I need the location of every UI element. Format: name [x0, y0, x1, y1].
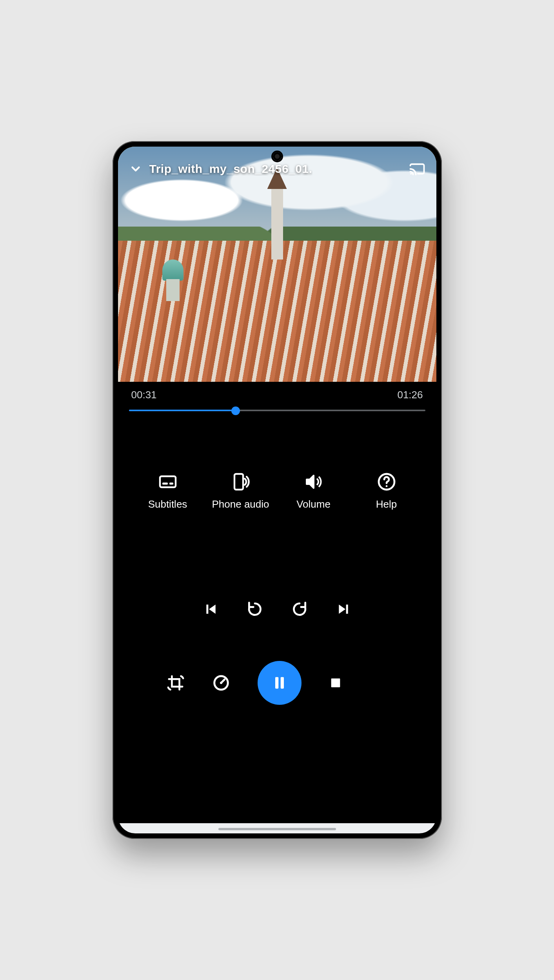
seek-bar[interactable] — [129, 403, 425, 417]
gesture-handle[interactable] — [218, 828, 336, 830]
volume-button[interactable]: Volume — [282, 472, 345, 510]
volume-icon — [304, 472, 323, 491]
video-thumbnail[interactable]: Trip_with_my_son_2456_01. — [118, 147, 436, 382]
subtitles-button[interactable]: Subtitles — [136, 472, 199, 510]
svg-rect-4 — [234, 474, 243, 490]
pause-icon — [271, 674, 288, 691]
phone-audio-label: Phone audio — [212, 498, 269, 510]
rewind-button[interactable] — [246, 601, 263, 618]
playback-speed-button[interactable] — [212, 674, 230, 692]
elapsed-time: 00:31 — [131, 389, 157, 401]
svg-rect-13 — [331, 679, 340, 688]
bottom-row — [129, 661, 425, 705]
svg-point-10 — [220, 682, 222, 684]
svg-rect-8 — [346, 604, 348, 613]
svg-point-6 — [385, 485, 387, 487]
pause-button[interactable] — [258, 661, 302, 705]
seek-thumb[interactable] — [231, 407, 240, 415]
svg-rect-2 — [162, 483, 168, 485]
next-button[interactable] — [336, 601, 351, 618]
collapse-button[interactable] — [129, 162, 142, 176]
svg-rect-11 — [275, 677, 278, 688]
option-row: Subtitles Phone audio Volume Help — [129, 472, 425, 510]
svg-rect-12 — [280, 677, 283, 688]
previous-button[interactable] — [203, 601, 219, 618]
screen: Trip_with_my_son_2456_01. 00:31 — [118, 147, 436, 833]
transport-row — [129, 601, 425, 618]
phone-audio-icon — [231, 472, 250, 491]
controls-panel: 00:31 01:26 Subtitles Phone audio — [118, 382, 436, 833]
total-time: 01:26 — [397, 389, 423, 401]
svg-rect-1 — [160, 476, 176, 487]
phone-audio-button[interactable]: Phone audio — [209, 472, 272, 510]
cast-icon[interactable] — [409, 161, 425, 177]
phone-frame: Trip_with_my_son_2456_01. 00:31 — [113, 141, 442, 839]
help-icon — [377, 472, 396, 491]
forward-button[interactable] — [291, 601, 308, 618]
subtitles-label: Subtitles — [148, 498, 187, 510]
help-label: Help — [376, 498, 397, 510]
seek-fill — [129, 410, 236, 411]
svg-point-0 — [410, 173, 412, 174]
subtitles-icon — [158, 472, 177, 491]
volume-label: Volume — [296, 498, 331, 510]
svg-rect-3 — [169, 483, 173, 485]
help-button[interactable]: Help — [355, 472, 418, 510]
rotate-crop-button[interactable] — [167, 674, 185, 692]
stop-button[interactable] — [329, 676, 342, 690]
video-title: Trip_with_my_son_2456_01. — [149, 162, 312, 176]
front-camera — [273, 152, 282, 161]
time-row: 00:31 01:26 — [129, 389, 425, 401]
svg-rect-7 — [206, 604, 208, 613]
